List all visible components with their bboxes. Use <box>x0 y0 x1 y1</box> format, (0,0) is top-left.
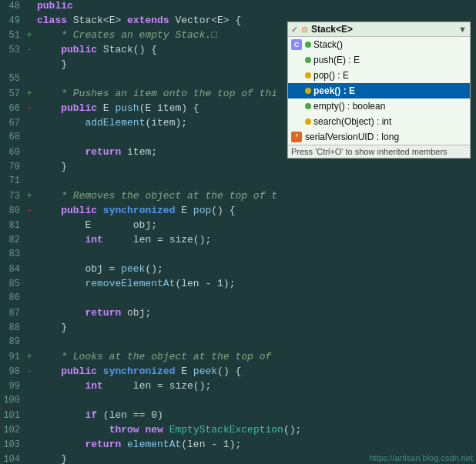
popup-item-icon <box>291 55 302 65</box>
popup-item-text: push(E) : E <box>313 55 467 65</box>
line-number: 73 <box>0 191 25 202</box>
code-line: 102 throw new EmptyStackException(); <box>0 424 476 439</box>
code-line: 48public <box>0 0 476 15</box>
line-number: 88 <box>0 322 25 333</box>
line-number: 102 <box>0 425 25 436</box>
line-content: * Removes the object at the top of t <box>34 190 277 202</box>
line-marker: + <box>25 191 34 202</box>
line-content: addElement(item); <box>34 117 187 129</box>
line-number: 84 <box>0 264 25 275</box>
line-content: } <box>34 161 67 172</box>
popup-dropdown-icon[interactable]: ▼ <box>458 25 467 34</box>
popup-item[interactable]: CStack() <box>288 37 470 52</box>
line-content: public synchronized E pop() { <box>34 205 235 216</box>
code-line: 88 } <box>0 322 476 336</box>
line-content: return item; <box>34 146 157 158</box>
line-content: * Creates an empty Stack.□ <box>34 29 217 41</box>
line-content: class Stack<E> extends Vector<E> { <box>34 15 241 26</box>
code-line: 73+ * Removes the object at the top of t <box>0 190 476 205</box>
popup-item-icon: C <box>291 39 302 50</box>
line-content: int len = size(); <box>34 234 211 245</box>
popup-item[interactable]: peek() : E <box>288 83 470 98</box>
line-content: * Looks at the object at the top of <box>34 351 271 362</box>
line-marker: + <box>25 88 34 99</box>
code-line: 87 return obj; <box>0 307 476 322</box>
line-content: public Stack() { <box>34 44 157 55</box>
popup-item[interactable]: ᶠserialVersionUID : long <box>288 129 470 145</box>
line-content: public E push(E item) { <box>34 102 199 114</box>
autocomplete-popup[interactable]: ✓ ⊙ Stack<E> ▼ CStack()push(E) : Epop() … <box>287 22 471 159</box>
line-marker: + <box>25 30 34 41</box>
line-content: obj = peek(); <box>34 263 163 275</box>
popup-item[interactable]: search(Object) : int <box>288 114 470 129</box>
code-line: 98- public synchronized E peek() { <box>0 366 476 380</box>
line-number: 87 <box>0 308 25 319</box>
line-content: return elementAt(len - 1); <box>34 439 241 450</box>
line-number: 69 <box>0 147 25 158</box>
popup-item-text: serialVersionUID : long <box>305 132 467 142</box>
popup-item-text: peek() : E <box>313 85 467 96</box>
line-number: 83 <box>0 249 25 259</box>
line-number: 55 <box>0 73 25 84</box>
line-number: 104 <box>0 454 25 464</box>
line-number: 100 <box>0 395 25 406</box>
popup-item-icon <box>291 85 302 96</box>
code-line: 91+ * Looks at the object at the top of <box>0 351 476 366</box>
line-content: } <box>34 453 67 464</box>
popup-item[interactable]: push(E) : E <box>288 52 470 68</box>
line-number: 48 <box>0 1 25 12</box>
popup-item-dot <box>305 42 311 48</box>
code-line: 83 <box>0 249 476 263</box>
line-content: } <box>34 58 67 70</box>
line-number: 89 <box>0 336 25 347</box>
code-line: 82 int len = size(); <box>0 234 476 249</box>
line-number: 86 <box>0 292 25 303</box>
line-number: 57 <box>0 88 25 99</box>
code-line: 99 int len = size(); <box>0 380 476 395</box>
popup-item[interactable]: pop() : E <box>288 68 470 83</box>
code-editor: 48public49class Stack<E> extends Vector<… <box>0 0 476 464</box>
popup-item-text: pop() : E <box>313 70 467 81</box>
code-line: 103 return elementAt(len - 1); <box>0 439 476 453</box>
popup-title: Stack<E> <box>311 24 353 35</box>
line-marker: - <box>25 45 34 55</box>
line-content: throw new EmptyStackException(); <box>34 424 301 436</box>
code-line: 81 E obj; <box>0 219 476 234</box>
code-line: 84 obj = peek(); <box>0 263 476 278</box>
line-number: 85 <box>0 279 25 289</box>
popup-item-dot <box>305 119 311 125</box>
line-number: 80 <box>0 205 25 216</box>
line-number: 49 <box>0 15 25 26</box>
line-content: public <box>34 0 73 12</box>
popup-item-text: empty() : boolean <box>313 101 467 112</box>
line-number: 103 <box>0 439 25 450</box>
code-line: 71 <box>0 175 476 190</box>
line-number: 53 <box>0 45 25 55</box>
line-number: 66 <box>0 103 25 114</box>
code-line: 80- public synchronized E pop() { <box>0 205 476 219</box>
line-content: E obj; <box>34 219 157 231</box>
popup-items-list: CStack()push(E) : Epop() : Epeek() : Eem… <box>288 37 470 145</box>
popup-item-dot <box>305 72 311 78</box>
line-content: int len = size(); <box>34 380 211 392</box>
line-number: 101 <box>0 410 25 421</box>
line-marker: + <box>25 352 34 362</box>
line-content: return obj; <box>34 307 151 319</box>
popup-footer: Press 'Ctrl+O' to show inherited members <box>288 145 470 158</box>
line-content: public synchronized E peek() { <box>34 366 241 377</box>
line-marker: - <box>25 205 34 216</box>
line-content: } <box>34 322 67 333</box>
line-marker: - <box>25 103 34 114</box>
line-number: 81 <box>0 220 25 231</box>
line-marker: - <box>25 366 34 377</box>
popup-item[interactable]: empty() : boolean <box>288 98 470 114</box>
line-content: * Pushes an item onto the top of thi <box>34 88 277 99</box>
code-line: 85 removeElementAt(len - 1); <box>0 278 476 292</box>
watermark: https://artisan.blog.csdn.net <box>369 453 473 462</box>
code-line: 101 if (len == 0) <box>0 409 476 424</box>
popup-item-icon <box>291 70 302 81</box>
code-line: 100 <box>0 395 476 409</box>
line-content: removeElementAt(len - 1); <box>34 278 235 289</box>
line-number: 99 <box>0 381 25 392</box>
popup-item-icon <box>291 116 302 127</box>
